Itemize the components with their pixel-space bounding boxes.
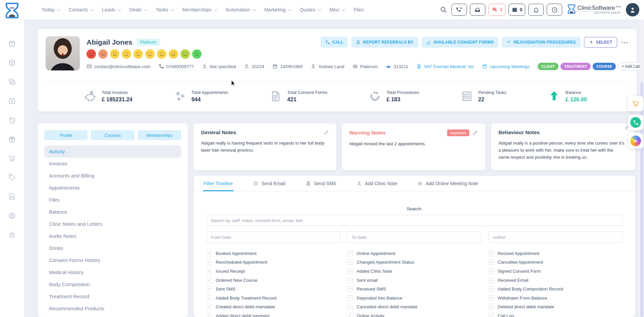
search-icon[interactable] [440, 6, 447, 13]
copy-icon[interactable] [8, 78, 16, 86]
app-logo-icon[interactable] [5, 2, 19, 19]
cube-icon[interactable] [8, 59, 16, 67]
nav-item-deals[interactable]: Deals [129, 7, 147, 12]
calendar-import-icon[interactable] [8, 97, 16, 105]
mood-9-grin-face-icon[interactable] [180, 49, 190, 59]
from-date-input[interactable] [206, 231, 340, 243]
chat-button[interactable]: 3 [488, 4, 505, 16]
sidebar-item-activity[interactable]: Activity [44, 146, 181, 158]
checkbox-issued-receipt[interactable]: ✓ [206, 268, 212, 274]
contact-contact-clinicsoftware-com[interactable]: contact@clinicsoftware.com [87, 64, 151, 69]
ai-assistant-button[interactable]: AI [628, 133, 643, 149]
to-date-input[interactable] [347, 231, 481, 243]
nav-item-tasks[interactable]: Tasks [156, 7, 173, 12]
tab-memberships[interactable]: Memberships [138, 130, 181, 140]
nav-item-contacts[interactable]: Contacts [69, 7, 93, 12]
sidebar-item-consent-forms-history[interactable]: Consent Forms History [44, 254, 181, 266]
chart-doc-icon[interactable] [8, 193, 16, 201]
checkbox-added-body-composition-record[interactable]: ✓ [488, 286, 494, 292]
tab-add-clinic-note[interactable]: Add Clinic Note [356, 176, 398, 191]
nav-item-files[interactable]: Files [354, 7, 364, 12]
checkbox-ordered-new-course[interactable]: ✓ [206, 277, 212, 283]
sidebar-item-recommended-products[interactable]: Recommended Products [44, 303, 181, 315]
sidebar-item-clinic-notes-and-letters[interactable]: Clinic Notes and Letters [44, 218, 181, 230]
sidebar-item-medical-history[interactable]: Medical History [44, 266, 181, 278]
checkbox-cancelled-direct-debit-mandate[interactable]: ✓ [347, 304, 353, 310]
call-button[interactable]: CALL [321, 37, 348, 48]
checkbox-rescheduled-appointment[interactable]: ✓ [206, 259, 212, 265]
checkbox-added-clinic-note[interactable]: ✓ [347, 268, 353, 274]
checkbox-sent-sms[interactable]: ✓ [206, 286, 212, 292]
edit-pencil-icon[interactable] [473, 130, 478, 136]
more-actions-button[interactable]: ••• [621, 40, 629, 45]
available-consent-forms-button[interactable]: AVAILABLE CONSENT FORMS [422, 37, 498, 48]
mood-8-grin-face-icon[interactable] [169, 49, 178, 59]
checkbox-online-activity[interactable]: ✓ [347, 313, 353, 317]
shop-button[interactable]: 0 [508, 4, 526, 16]
history-icon[interactable] [8, 116, 16, 124]
mood-1-frown-face-icon[interactable] [87, 49, 96, 59]
checkbox-deposited-into-balance[interactable]: ✓ [347, 295, 353, 301]
search-input[interactable] [206, 215, 623, 226]
inbox-button[interactable] [470, 4, 485, 16]
report-referrals-by-button[interactable]: REPORT REFERRALS BY [351, 37, 418, 48]
contact-upcoming-meetings[interactable]: Upcoming Meetings [482, 64, 530, 69]
user-avatar[interactable] [626, 3, 639, 16]
mood-3-sad-face-icon[interactable] [110, 49, 119, 59]
checkbox-added-direct-debit-payment[interactable]: ✓ [206, 313, 212, 317]
checkbox-signed-consent-form[interactable]: ✓ [488, 268, 494, 274]
nav-item-automation[interactable]: Automation [226, 7, 255, 12]
nav-item-today[interactable]: Today [42, 7, 60, 12]
checkbox-sent-email[interactable]: ✓ [347, 277, 353, 283]
checkbox-received-sms[interactable]: ✓ [347, 286, 353, 292]
checkbox-call-log[interactable]: ✓ [488, 313, 494, 317]
quick-call-button[interactable] [628, 115, 643, 130]
tab-send-email[interactable]: Send Email [252, 176, 286, 191]
edit-pencil-icon[interactable] [324, 130, 329, 135]
help-button[interactable]: ? [547, 4, 562, 16]
tag-icon[interactable] [8, 173, 16, 181]
checkbox-deleted-direct-debit-mandate[interactable]: ✓ [488, 304, 494, 310]
checkbox-booked-appointment[interactable]: ✓ [206, 251, 212, 256]
tab-add-online-meeting-note[interactable]: Add Online Meeting Note [417, 176, 479, 191]
brand-logo[interactable]: ClinicSoftware.com TEN STEPS AHEAD [567, 4, 621, 15]
nav-item-misc[interactable]: Misc [329, 7, 344, 12]
checkbox-online-appointment[interactable]: ✓ [347, 251, 353, 256]
sidebar-item-audio-notes[interactable]: Audio Notes [44, 230, 181, 242]
tab-courses[interactable]: Courses [91, 130, 134, 140]
tab-filter-timeline[interactable]: Filter Timeline [203, 176, 233, 191]
select-button[interactable]: SELECT [584, 37, 618, 48]
contact-07490009777[interactable]: 07490009777 [159, 64, 194, 69]
mood-6-slight-face-icon[interactable] [145, 49, 155, 59]
notifications-button[interactable] [528, 4, 544, 16]
sidebar-item-files[interactable]: Files [44, 194, 181, 206]
nav-item-quotes[interactable]: Quotes [300, 7, 321, 12]
mood-7-smile-face-icon[interactable] [157, 49, 166, 59]
sidebar-item-appointments[interactable]: Appointments [44, 182, 181, 194]
mood-10-flat-face-icon[interactable] [192, 49, 202, 59]
tab-send-sms[interactable]: Send SMS [305, 176, 337, 191]
gift-icon[interactable] [8, 135, 16, 143]
sidebar-item-body-composition[interactable]: Body Composition [44, 278, 181, 290]
nav-item-marketing[interactable]: Marketing [264, 7, 291, 12]
sidebar-item-drinks[interactable]: Drinks [44, 242, 181, 254]
checkbox-created-direct-debit-manadate[interactable]: ✓ [206, 304, 212, 310]
cart-icon[interactable] [8, 154, 16, 162]
sidebar-item-invoices[interactable]: Invoices [44, 158, 181, 170]
contact-vat-exempt-medical-no[interactable]: VAT Exempt Medical: No [416, 64, 474, 69]
checkbox-received-email[interactable]: ✓ [488, 277, 494, 283]
sidebar-item-balance[interactable]: Balance [44, 206, 181, 218]
tab-profile[interactable]: Profile [44, 130, 88, 140]
mood-2-frown-face-icon[interactable] [98, 49, 108, 59]
user-badge-icon[interactable] [8, 212, 16, 220]
checkbox-resized-appointment[interactable]: ✓ [488, 251, 494, 256]
lock-icon[interactable] [8, 231, 16, 239]
mood-4-neutral-face-icon[interactable] [122, 49, 131, 59]
checkbox-cancelled-appointment[interactable]: ✓ [488, 259, 494, 265]
nav-item-memberships[interactable]: Memberships [182, 7, 217, 12]
sidebar-item-treatment-record[interactable]: Treatment Record [44, 290, 181, 303]
quick-cart-button[interactable] [628, 96, 643, 111]
calendar-12-icon[interactable]: 12 [8, 40, 16, 48]
checkbox-added-body-treatment-record[interactable]: ✓ [206, 295, 212, 301]
checkbox-withdrawn-from-balance[interactable]: ✓ [488, 295, 494, 301]
